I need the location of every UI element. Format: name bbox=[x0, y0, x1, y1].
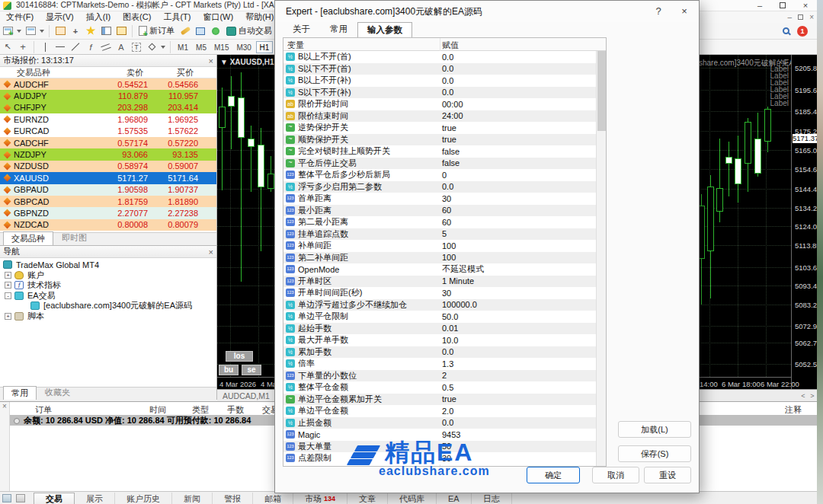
market-watch-column-header[interactable]: 交易品种 卖价 买价 bbox=[0, 67, 216, 78]
market-row-CADCHF[interactable]: CADCHF0.571740.57220 bbox=[0, 137, 216, 148]
menu-item-3[interactable]: 图表(C) bbox=[117, 11, 157, 23]
save-button[interactable]: 保存(S) bbox=[618, 445, 691, 462]
dialog-tab-1[interactable]: 常用 bbox=[320, 21, 357, 37]
param-value[interactable]: 2.0 bbox=[442, 407, 453, 416]
param-row-8[interactable]: ~完全对锁时挂上顺势开关false bbox=[283, 145, 597, 158]
param-row-23[interactable]: ½起始手数0.01 bbox=[283, 323, 597, 335]
close-button[interactable]: × bbox=[794, 0, 817, 11]
market-row-GBPCAD[interactable]: GBPCAD1.817591.81890 bbox=[0, 196, 216, 207]
param-value[interactable]: false bbox=[442, 158, 460, 167]
timeframe-m1-button[interactable]: M1 bbox=[175, 41, 191, 53]
terminal-column-2[interactable]: 类型 bbox=[192, 404, 209, 416]
terminal-column-0[interactable]: 订单 bbox=[35, 404, 52, 416]
zoom-window-icon[interactable] bbox=[114, 25, 128, 37]
param-row-18[interactable]: 123OpenMode不延迟模式 bbox=[283, 263, 597, 276]
navigator-item-5[interactable]: +脚本 bbox=[5, 311, 44, 322]
expand-icon[interactable]: + bbox=[5, 272, 11, 279]
param-value[interactable]: 10.0 bbox=[442, 336, 458, 345]
param-value[interactable]: 100 bbox=[442, 241, 456, 250]
scrollbar-thumb[interactable] bbox=[597, 51, 606, 131]
crosshair-icon[interactable]: + bbox=[16, 41, 30, 53]
new-order-button[interactable]: 新订单 bbox=[136, 24, 178, 38]
fibonacci-icon[interactable]: f bbox=[84, 41, 98, 53]
data-window-icon[interactable] bbox=[99, 25, 113, 37]
param-value[interactable]: 60 bbox=[442, 206, 451, 215]
cancel-button[interactable]: 取消 bbox=[592, 467, 639, 483]
dialog-titlebar[interactable]: Expert - [eaclubshare.com]3400元破解的EA源码 bbox=[275, 1, 699, 22]
market-row-GBPNZD[interactable]: GBPNZD2.270772.27238 bbox=[0, 207, 216, 219]
ea-panel-button-se[interactable]: se bbox=[242, 365, 261, 375]
navigator-close-icon[interactable]: × bbox=[209, 247, 213, 257]
param-value[interactable]: true bbox=[442, 123, 456, 132]
param-value[interactable]: 0.0 bbox=[442, 76, 453, 85]
channel-icon[interactable] bbox=[99, 41, 113, 53]
shapes-dropdown-icon[interactable] bbox=[161, 46, 165, 49]
param-row-11[interactable]: ½浮亏多少启用第二参数0.0 bbox=[283, 181, 597, 193]
param-row-32[interactable]: 123Magic9453 bbox=[283, 429, 597, 441]
param-row-3[interactable]: ½S以下不开(补)0.0 bbox=[283, 87, 597, 99]
signal-icon[interactable] bbox=[209, 25, 223, 37]
terminal-column-5[interactable]: 注释 bbox=[785, 404, 802, 416]
terminal-column-1[interactable]: 时间 bbox=[149, 404, 166, 416]
ea-panel-button-los[interactable]: los bbox=[226, 351, 253, 362]
terminal-tab-4[interactable]: 警报 bbox=[213, 493, 253, 504]
market-row-AUDJPY[interactable]: AUDJPY110.879110.957 bbox=[0, 90, 216, 101]
param-value[interactable]: 0.0 bbox=[442, 418, 453, 427]
param-value[interactable]: 2 bbox=[442, 371, 447, 380]
market-row-EURCAD[interactable]: EURCAD1.575351.57622 bbox=[0, 126, 216, 137]
param-value[interactable]: 1 Minute bbox=[442, 276, 474, 285]
market-watch-tab-0[interactable]: 交易品种 bbox=[3, 231, 53, 245]
timeframe-m5-button[interactable]: M5 bbox=[193, 41, 210, 53]
column-symbol[interactable]: 交易品种 bbox=[0, 67, 85, 78]
terminal-tab-6[interactable]: 市场134 bbox=[293, 493, 347, 504]
ok-button[interactable]: 确定 bbox=[527, 467, 580, 483]
menu-item-4[interactable]: 工具(T) bbox=[157, 11, 197, 23]
terminal-tab-1[interactable]: 展示 bbox=[75, 493, 115, 504]
param-row-22[interactable]: ½单边平仓限制50.0 bbox=[283, 311, 597, 323]
param-row-15[interactable]: 123挂单追踪点数5 bbox=[283, 228, 597, 241]
param-value[interactable]: 24:00 bbox=[442, 111, 463, 120]
expand-icon[interactable]: + bbox=[5, 313, 11, 320]
terminal-tab-8[interactable]: 代码库 bbox=[388, 493, 437, 504]
param-row-31[interactable]: ½止损金额0.0 bbox=[283, 417, 597, 429]
param-value[interactable]: 30 bbox=[442, 194, 451, 203]
terminal-close-icon[interactable]: × bbox=[2, 402, 7, 410]
param-row-2[interactable]: ½B以上不开(补)0.0 bbox=[283, 75, 597, 87]
vertical-line-icon[interactable] bbox=[38, 41, 52, 53]
param-value[interactable]: 100 bbox=[442, 253, 456, 262]
param-value[interactable]: 0.5 bbox=[442, 383, 453, 392]
profiles-dropdown-icon[interactable] bbox=[40, 30, 44, 33]
market-row-XAUUSD[interactable]: XAUUSD5171.275171.64 bbox=[0, 172, 216, 183]
param-value[interactable]: 不延迟模式 bbox=[442, 263, 484, 275]
terminal-tab-10[interactable]: 日志 bbox=[472, 493, 512, 504]
param-row-16[interactable]: 123补单间距100 bbox=[283, 240, 597, 252]
navigator-item-0[interactable]: TradeMax Global MT4 bbox=[3, 260, 99, 270]
param-row-5[interactable]: ab限价结束时间24:00 bbox=[283, 110, 597, 123]
param-row-33[interactable]: 123最大单量50 bbox=[283, 441, 597, 453]
param-row-19[interactable]: 123开单时区1 Minute bbox=[283, 276, 597, 288]
menu-item-1[interactable]: 显示(V) bbox=[40, 11, 80, 23]
param-value[interactable]: true bbox=[442, 135, 456, 144]
navigator-tab-0[interactable]: 常用 bbox=[3, 386, 37, 400]
param-value[interactable]: 30 bbox=[442, 454, 451, 463]
market-watch-close-icon[interactable]: × bbox=[209, 56, 213, 65]
param-row-34[interactable]: 123点差限制30 bbox=[283, 452, 597, 464]
timeframe-m15-button[interactable]: M15 bbox=[211, 41, 232, 53]
param-row-29[interactable]: ~单边平仓金额累加开关true bbox=[283, 394, 597, 406]
collapse-icon[interactable]: - bbox=[5, 292, 11, 299]
param-value[interactable]: 0.0 bbox=[442, 88, 453, 97]
market-row-NZDUSD[interactable]: NZDUSD0.589740.59007 bbox=[0, 161, 216, 172]
terminal-column-3[interactable]: 手数 bbox=[227, 404, 244, 416]
param-row-6[interactable]: ~逆势保护开关true bbox=[283, 122, 597, 134]
text-label-icon[interactable]: T bbox=[130, 41, 143, 53]
new-chart-icon[interactable] bbox=[1, 25, 14, 37]
column-bid[interactable]: 卖价 bbox=[85, 67, 143, 78]
param-value[interactable]: 30 bbox=[442, 289, 451, 298]
minimize-button[interactable]: – bbox=[748, 0, 771, 11]
param-value[interactable]: 50.0 bbox=[442, 312, 458, 321]
param-row-7[interactable]: ~顺势保护开关true bbox=[283, 134, 597, 146]
mdi-restore-button[interactable] bbox=[798, 14, 803, 20]
param-value[interactable]: 5 bbox=[442, 229, 447, 238]
tick-chart-icon[interactable] bbox=[53, 25, 67, 37]
param-value[interactable]: 00:00 bbox=[442, 100, 463, 109]
